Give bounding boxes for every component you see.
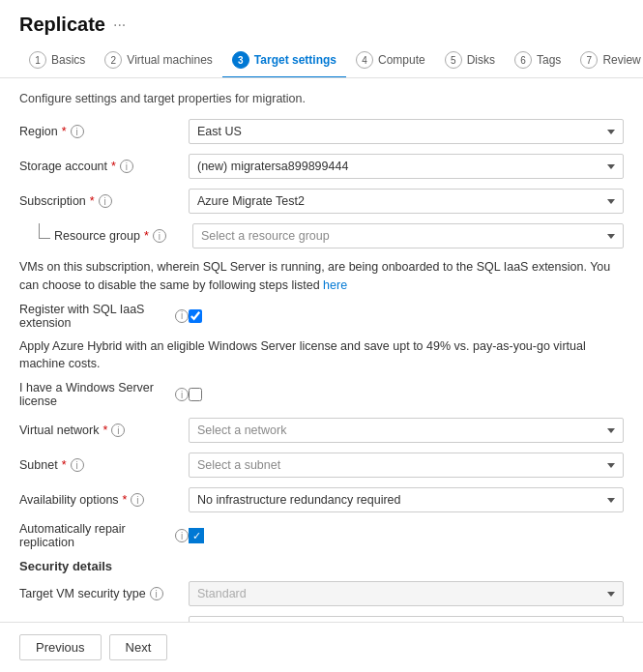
subnet-chevron-icon	[607, 463, 615, 468]
region-label: Region * i	[19, 125, 189, 138]
sql-iaas-label: Register with SQL IaaS extension i	[19, 303, 189, 330]
subscription-chevron-icon	[607, 199, 615, 204]
next-button[interactable]: Next	[109, 634, 168, 660]
subnet-row: Subnet * i Select a subnet	[19, 453, 624, 478]
ellipsis-menu[interactable]: ···	[113, 16, 126, 34]
security-section-title: Security details	[19, 559, 624, 573]
subscription-label: Subscription * i	[19, 194, 189, 208]
step-tags[interactable]: 6 Tags	[505, 44, 570, 78]
subnet-info-icon[interactable]: i	[71, 458, 84, 472]
auto-repair-label: Automatically repair replication i	[19, 522, 189, 549]
avail-info-icon[interactable]: i	[131, 493, 144, 507]
vnet-info-icon[interactable]: i	[111, 424, 125, 437]
availability-options-value: No infrastructure redundancy required	[197, 493, 607, 507]
availability-options-label: Availability options * i	[19, 493, 189, 507]
page-title: Replicate	[19, 14, 105, 36]
sql-iaas-info-icon[interactable]: i	[175, 309, 189, 323]
step-review[interactable]: 7 Review + Start replication	[570, 44, 643, 78]
step-virtual-machines-label: Virtual machines	[127, 53, 213, 67]
avail-required: *	[123, 493, 128, 507]
sql-notice-text: VMs on this subscription, wherein SQL Se…	[19, 260, 610, 292]
subnet-label: Subnet * i	[19, 458, 189, 472]
sql-iaas-checkbox[interactable]	[189, 309, 202, 323]
subscription-row: Subscription * i Azure Migrate Test2	[19, 189, 624, 214]
step-disks-label: Disks	[467, 53, 495, 67]
hybrid-notice: Apply Azure Hybrid with an eligible Wind…	[19, 337, 624, 374]
storage-account-label: Storage account * i	[19, 160, 189, 173]
rg-chevron-icon	[607, 234, 615, 239]
target-vm-security-info-icon[interactable]: i	[150, 587, 163, 600]
target-vm-security-dropdown[interactable]: Standard	[189, 581, 624, 606]
storage-chevron-icon	[607, 164, 615, 169]
auto-repair-checkbox[interactable]	[189, 528, 204, 543]
subnet-dropdown[interactable]: Select a subnet	[189, 453, 624, 478]
rg-required: *	[144, 229, 149, 243]
availability-options-row: Availability options * i No infrastructu…	[19, 487, 624, 512]
step-tags-circle: 6	[514, 51, 532, 69]
subscription-dropdown[interactable]: Azure Migrate Test2	[189, 189, 624, 214]
auto-repair-row: Automatically repair replication i	[19, 522, 624, 549]
storage-account-value: (new) migratersa899899444	[197, 160, 607, 173]
form-description: Configure settings and target properties…	[19, 92, 624, 105]
subnet-required: *	[62, 458, 67, 472]
vnet-chevron-icon	[607, 428, 615, 433]
step-target-settings-circle: 3	[232, 51, 249, 69]
auto-repair-info-icon[interactable]: i	[175, 529, 189, 542]
region-chevron-icon	[607, 130, 615, 134]
step-compute[interactable]: 4 Compute	[346, 44, 435, 78]
step-virtual-machines-circle: 2	[104, 51, 122, 69]
step-compute-label: Compute	[378, 53, 425, 67]
subscription-required: *	[90, 194, 95, 208]
step-review-label: Review + Start replication	[602, 53, 643, 67]
step-disks-circle: 5	[445, 51, 462, 69]
storage-info-icon[interactable]: i	[120, 160, 133, 173]
resource-group-dropdown[interactable]: Select a resource group	[192, 223, 624, 248]
target-vm-security-chevron-icon	[607, 592, 615, 597]
rg-info-icon[interactable]: i	[153, 229, 166, 243]
sql-notice-link[interactable]: here	[323, 278, 347, 292]
step-compute-circle: 4	[356, 51, 373, 69]
windows-license-row: I have a Windows Server license i	[19, 381, 624, 408]
step-basics-circle: 1	[29, 51, 46, 69]
step-review-circle: 7	[580, 51, 598, 69]
previous-button[interactable]: Previous	[19, 634, 102, 660]
target-vm-security-row: Target VM security type i Standard	[19, 581, 624, 606]
virtual-network-row: Virtual network * i Select a network	[19, 418, 624, 443]
step-target-settings[interactable]: 3 Target settings	[222, 44, 346, 78]
subscription-value: Azure Migrate Test2	[197, 194, 607, 208]
step-tags-label: Tags	[537, 53, 561, 67]
step-disks[interactable]: 5 Disks	[435, 44, 505, 78]
resource-group-label: Resource group * i	[54, 229, 166, 243]
sql-notice: VMs on this subscription, wherein SQL Se…	[19, 258, 624, 295]
target-vm-security-value: Standard	[197, 587, 607, 600]
step-basics[interactable]: 1 Basics	[19, 44, 95, 78]
virtual-network-label: Virtual network * i	[19, 424, 189, 437]
availability-options-dropdown[interactable]: No infrastructure redundancy required	[189, 487, 624, 512]
storage-required: *	[111, 160, 116, 173]
region-required: *	[62, 125, 67, 138]
windows-license-label: I have a Windows Server license i	[19, 381, 189, 408]
region-dropdown[interactable]: East US	[189, 119, 624, 144]
bottom-bar: Previous Next	[0, 622, 643, 672]
windows-license-checkbox[interactable]	[189, 388, 202, 401]
storage-account-row: Storage account * i (new) migratersa8998…	[19, 154, 624, 179]
target-vm-security-label: Target VM security type i	[19, 587, 189, 600]
resource-group-row: Resource group * i Select a resource gro…	[19, 223, 624, 248]
region-value: East US	[197, 125, 607, 138]
resource-group-value: Select a resource group	[201, 229, 607, 243]
region-row: Region * i East US	[19, 119, 624, 144]
vnet-required: *	[102, 424, 107, 437]
step-target-settings-label: Target settings	[254, 53, 336, 67]
step-virtual-machines[interactable]: 2 Virtual machines	[95, 44, 222, 78]
sql-iaas-row: Register with SQL IaaS extension i	[19, 303, 624, 330]
virtual-network-value: Select a network	[197, 424, 607, 437]
step-basics-label: Basics	[51, 53, 85, 67]
avail-chevron-icon	[607, 498, 615, 503]
windows-license-info-icon[interactable]: i	[175, 388, 189, 401]
wizard-steps: 1 Basics 2 Virtual machines 3 Target set…	[0, 44, 643, 78]
subnet-value: Select a subnet	[197, 458, 607, 472]
storage-account-dropdown[interactable]: (new) migratersa899899444	[189, 154, 624, 179]
region-info-icon[interactable]: i	[71, 125, 84, 138]
subscription-info-icon[interactable]: i	[99, 194, 112, 208]
virtual-network-dropdown[interactable]: Select a network	[189, 418, 624, 443]
